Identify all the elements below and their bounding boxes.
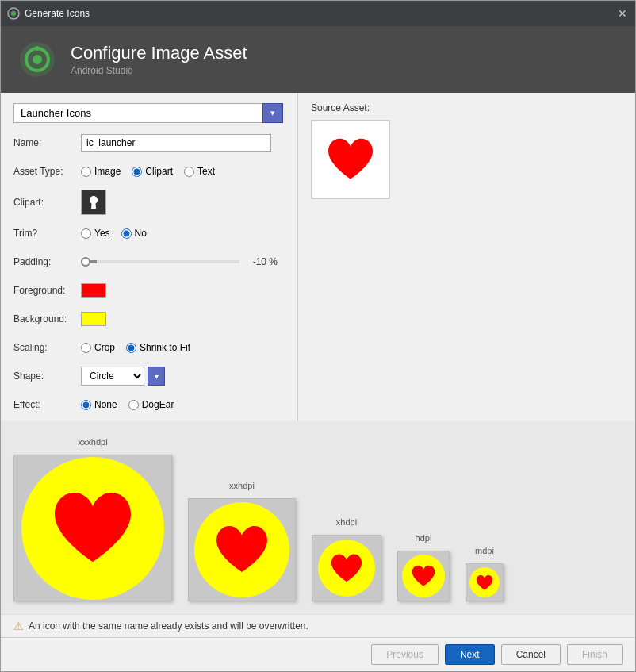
background-label: Background: <box>13 313 81 324</box>
icon-type-dropdown-arrow[interactable]: ▾ <box>262 103 283 123</box>
xhdpi-heart <box>328 551 366 586</box>
hdpi-label: hdpi <box>416 533 432 543</box>
window-title: Generate Icons <box>25 8 616 19</box>
left-panel: Launcher Icons ▾ Name: Asset Type: Ima <box>1 93 298 421</box>
source-asset-box <box>311 120 390 199</box>
xxxhdpi-heart <box>45 486 140 571</box>
source-asset-label: Source Asset: <box>311 102 623 113</box>
effect-row: Effect: None DogEar <box>13 394 285 415</box>
window-icon <box>7 7 20 20</box>
xxxhdpi-circle <box>21 457 164 600</box>
mdpi-circle <box>469 567 500 597</box>
preview-item-xxxhdpi: xxxhdpi <box>13 437 172 601</box>
shape-select[interactable]: Circle Square None <box>81 367 144 386</box>
shape-row: Shape: Circle Square None ▾ <box>13 366 285 386</box>
asset-type-text[interactable]: Text <box>184 166 215 177</box>
preview-section: xxxhdpi xxhdpi <box>1 421 635 614</box>
xhdpi-label: xhdpi <box>336 517 357 527</box>
right-panel: Source Asset: <box>298 93 635 421</box>
asset-type-row: Asset Type: Image Clipart Text <box>13 161 285 182</box>
hdpi-box <box>397 551 450 601</box>
mdpi-box <box>466 563 504 601</box>
svg-point-5 <box>35 46 40 51</box>
mdpi-heart <box>474 574 495 592</box>
finish-button[interactable]: Finish <box>567 644 623 665</box>
main-area: Launcher Icons ▾ Name: Asset Type: Ima <box>1 93 635 421</box>
trim-yes[interactable]: Yes <box>81 228 110 239</box>
clipart-row: Clipart: <box>13 190 285 215</box>
close-button[interactable]: ✕ <box>616 7 629 20</box>
effect-none[interactable]: None <box>81 399 117 410</box>
hdpi-circle <box>402 555 445 597</box>
padding-value: -10 % <box>246 256 278 267</box>
clipart-button[interactable] <box>81 190 106 215</box>
asset-type-label: Asset Type: <box>13 166 81 177</box>
trim-label: Trim? <box>13 228 81 239</box>
name-input[interactable] <box>81 134 271 152</box>
next-button[interactable]: Next <box>445 644 495 665</box>
preview-icons-row: xxxhdpi xxhdpi <box>13 431 623 608</box>
header-sub-title: Android Studio <box>71 65 247 76</box>
background-row: Background: <box>13 309 285 329</box>
trim-group: Yes No <box>81 228 147 239</box>
padding-slider[interactable] <box>81 260 239 263</box>
previous-button[interactable]: Previous <box>371 644 439 665</box>
warning-text: An icon with the same name already exist… <box>29 620 308 632</box>
padding-label: Padding: <box>13 256 81 267</box>
padding-row: Padding: -10 % <box>13 252 285 272</box>
xhdpi-box <box>312 535 381 601</box>
xxhdpi-heart <box>210 521 274 578</box>
preview-item-mdpi: mdpi <box>466 546 504 601</box>
shape-label: Shape: <box>13 371 81 382</box>
effect-group: None DogEar <box>81 399 174 410</box>
main-content: Launcher Icons ▾ Name: Asset Type: Ima <box>1 93 635 671</box>
scaling-group: Crop Shrink to Fit <box>81 342 190 353</box>
preview-item-hdpi: hdpi <box>397 533 450 601</box>
scaling-row: Scaling: Crop Shrink to Fit <box>13 337 285 358</box>
background-color-swatch[interactable] <box>81 312 106 326</box>
icon-type-select[interactable]: Launcher Icons <box>13 103 283 123</box>
shape-dropdown-arrow[interactable]: ▾ <box>148 367 165 386</box>
warning-icon: ⚠ <box>13 620 24 632</box>
xxhdpi-label: xxhdpi <box>229 481 255 490</box>
foreground-color-swatch[interactable] <box>81 283 106 298</box>
title-bar: Generate Icons ✕ <box>1 1 635 26</box>
header-bar: Configure Image Asset Android Studio <box>1 26 635 93</box>
header-text-group: Configure Image Asset Android Studio <box>71 43 247 76</box>
asset-type-clipart[interactable]: Clipart <box>132 166 173 177</box>
xxxhdpi-label: xxxhdpi <box>78 437 107 447</box>
mdpi-label: mdpi <box>475 546 494 555</box>
warning-bar: ⚠ An icon with the same name already exi… <box>1 614 635 637</box>
name-row: Name: <box>13 132 285 153</box>
footer: Previous Next Cancel Finish <box>1 637 635 671</box>
shape-dropdown-group: Circle Square None ▾ <box>81 367 165 386</box>
preview-item-xhdpi: xhdpi <box>312 517 381 601</box>
android-studio-logo <box>17 39 58 80</box>
main-window: Generate Icons ✕ Configure Image Asset A… <box>0 0 636 672</box>
scaling-label: Scaling: <box>13 342 81 353</box>
source-asset-heart <box>323 132 378 187</box>
scaling-shrink[interactable]: Shrink to Fit <box>126 342 190 353</box>
icon-type-row: Launcher Icons ▾ <box>13 102 285 123</box>
foreground-row: Foreground: <box>13 280 285 301</box>
preview-item-xxhdpi: xxhdpi <box>188 481 296 601</box>
header-main-title: Configure Image Asset <box>71 43 247 63</box>
foreground-label: Foreground: <box>13 285 81 296</box>
name-label: Name: <box>13 137 81 148</box>
hdpi-heart <box>409 563 438 589</box>
padding-slider-wrapper: -10 % <box>81 256 285 267</box>
cancel-button[interactable]: Cancel <box>501 644 561 665</box>
asset-type-image[interactable]: Image <box>81 166 121 177</box>
trim-row: Trim? Yes No <box>13 223 285 244</box>
svg-point-4 <box>33 55 42 64</box>
xhdpi-circle <box>318 540 375 597</box>
xxhdpi-circle <box>194 502 289 597</box>
scaling-crop[interactable]: Crop <box>81 342 115 353</box>
svg-point-1 <box>11 11 16 16</box>
asset-type-group: Image Clipart Text <box>81 166 215 177</box>
xxxhdpi-box <box>13 455 172 601</box>
clipart-label: Clipart: <box>13 197 81 208</box>
xxhdpi-box <box>188 498 296 601</box>
effect-dogear[interactable]: DogEar <box>128 399 174 410</box>
trim-no[interactable]: No <box>121 228 147 239</box>
